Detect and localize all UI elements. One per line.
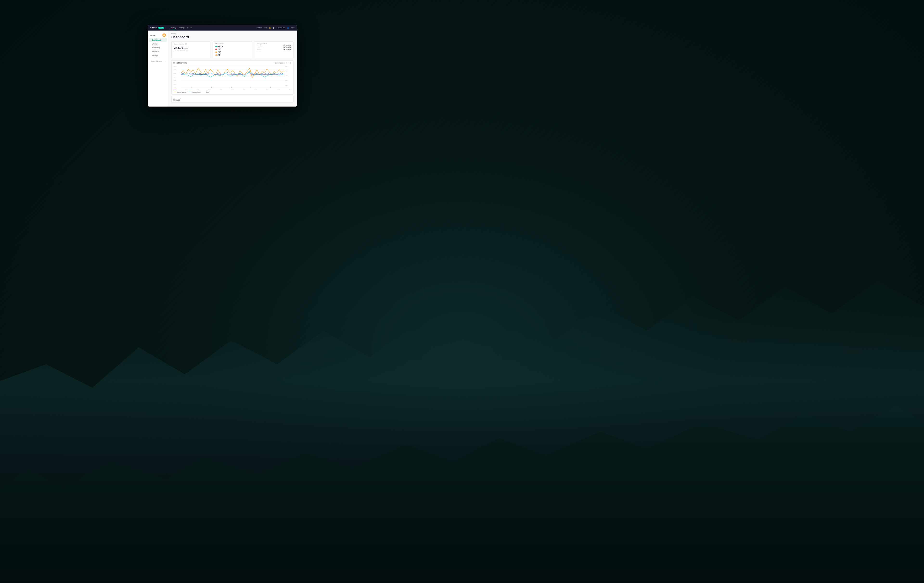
nav-link-funds[interactable]: Funds <box>187 26 191 29</box>
x-label-1: 02:00 <box>185 89 187 91</box>
nav-link-mining[interactable]: Mining <box>171 26 176 29</box>
nav-right: Feedback Help 🔔 💾 + 24086 USD 👤 brains <box>256 27 295 29</box>
feedback-link[interactable]: Feedback <box>256 27 262 28</box>
avg-24h-period: 24 hours <box>257 49 261 51</box>
legend-scoring: Scoring Hashrate <box>173 91 186 93</box>
worker-offline-row: 28 <box>215 54 249 56</box>
scoring-hashrate-sub: Last share 3 seconds ago <box>174 50 208 51</box>
chart-legend: Scoring Hashrate Hashrate (5min) Block <box>173 91 291 93</box>
username[interactable]: brains <box>291 27 295 28</box>
avg-5min-row: 5 minutes 241.40 PH/S <box>257 45 291 47</box>
legend-block-label: Block <box>206 91 209 93</box>
svg-text:240P: 240P <box>173 66 176 67</box>
nav-link-history[interactable]: History <box>179 26 184 29</box>
chart-forward-btn[interactable]: » <box>288 62 289 64</box>
scoring-hashrate-label: Scoring Hashrate i <box>174 43 208 45</box>
worker-states-list: 8 411 120 216 <box>215 45 249 56</box>
time-marker-5 <box>270 87 271 87</box>
sidebar-coin-label: Bitcoin <box>150 35 155 36</box>
x-label-2: 04:00 <box>196 89 199 91</box>
legend-hashrate-color <box>188 92 191 92</box>
svg-text:9000: 9000 <box>285 66 287 67</box>
x-label-8: 16:00 <box>266 89 268 91</box>
idle-dot <box>215 51 217 53</box>
chart-section: Recent Hash Rate ‹ 13.03.2021 23:00 › » … <box>171 60 294 94</box>
chart-next-btn[interactable]: › <box>286 62 287 64</box>
nav-links: Mining History Funds <box>171 26 192 29</box>
time-marker-2 <box>211 87 212 87</box>
content-inner: Bitcoin Dashboard Scoring Hashrate i 241… <box>168 31 297 107</box>
chart-header: Recent Hash Rate ‹ 13.03.2021 23:00 › » … <box>173 62 291 64</box>
breadcrumb: Bitcoin <box>171 33 294 35</box>
scoring-hashrate-card: Scoring Hashrate i 241.71 PH/S Last shar… <box>171 41 211 58</box>
sidebar-bitcoin[interactable]: Bitcoin <box>148 33 168 38</box>
avg-1h-period: 1 hour <box>257 47 260 49</box>
sidebar-system-stats[interactable]: System Statistics ▾ <box>148 59 168 63</box>
logo[interactable]: BRAINS POOL <box>150 27 164 29</box>
avg-1h-value: 239.22 PH/S <box>283 47 291 49</box>
x-label-6: 12:00 <box>243 89 245 91</box>
chart-title: Recent Hash Rate <box>173 62 187 64</box>
x-label-7: 14:00 <box>254 89 257 91</box>
avg-1h-row: 1 hour 239.22 PH/S <box>257 47 291 49</box>
worker-states-card: Worker States 8 411 120 <box>213 41 252 58</box>
sidebar-item-dashboard[interactable]: Dashboard <box>149 38 167 42</box>
offline-count: 28 <box>218 54 220 56</box>
worker-warning-row: 120 <box>215 48 249 51</box>
svg-text:180P: 180P <box>173 87 176 89</box>
legend-block-color <box>203 92 206 92</box>
system-stats-label: System Statistics <box>151 60 162 62</box>
rewards-hint-title: Rewards <box>173 99 180 101</box>
time-marker-4 <box>251 87 251 87</box>
scoring-hashrate-number: 241.71 <box>174 46 183 49</box>
avg-24h-row: 24 hours 245.52 PH/S <box>257 49 291 51</box>
svg-text:200P: 200P <box>173 80 176 81</box>
logo-pool: POOL <box>158 27 164 29</box>
sidebar-item-workers[interactable]: Workers <box>149 42 167 46</box>
scoring-hashrate-value: 241.71 PH/S <box>174 46 208 50</box>
worker-idle-row: 216 <box>215 51 249 53</box>
system-stats-chevron: ▾ <box>163 60 164 62</box>
legend-scoring-label: Scoring Hashrate <box>177 91 186 93</box>
help-link[interactable]: Help <box>264 27 267 28</box>
hashrate-chart: 240P 230P 220P 210P 200P 190P 180P 9000 … <box>173 65 291 89</box>
legend-scoring-color <box>173 92 177 92</box>
legend-block: Block <box>203 91 209 93</box>
chart-area: 240P 230P 220P 210P 200P 190P 180P 9000 … <box>173 65 291 89</box>
wallet-amount[interactable]: + 24086 USD <box>276 27 285 28</box>
wallet-icon: 💾 <box>272 27 274 29</box>
chart-date: 13.03.2021 23:00 <box>275 62 285 64</box>
logo-text: BRAINS <box>150 27 157 29</box>
svg-text:190P: 190P <box>173 84 176 85</box>
chart-prev-btn[interactable]: ‹ <box>274 62 274 64</box>
scoring-hashrate-unit: PH/S <box>185 48 188 49</box>
chart-options-btn[interactable]: ⋮ <box>290 62 291 64</box>
x-label-9: 18:00 <box>277 89 280 91</box>
sidebar-item-monitoring[interactable]: Monitoring <box>149 46 167 49</box>
avg-hashrate-list: 5 minutes 241.40 PH/S 1 hour 239.22 PH/S… <box>257 45 291 51</box>
notifications-icon[interactable]: 🔔 <box>269 27 271 29</box>
avg-hashrate-label: Average Hashrate <box>257 43 291 44</box>
offline-dot <box>215 54 217 56</box>
x-label-10: 20:00 <box>289 89 291 91</box>
sidebar-item-settings[interactable]: Settings <box>149 54 167 57</box>
avg-24h-value: 245.52 PH/S <box>283 49 291 51</box>
svg-text:230P: 230P <box>173 69 176 71</box>
chart-labels-x: 00:00 02:00 04:00 06:00 08:00 10:00 12:0… <box>173 89 291 91</box>
svg-text:5000: 5000 <box>285 85 287 86</box>
worker-states-label: Worker States <box>215 43 249 44</box>
svg-text:8000: 8000 <box>285 71 287 72</box>
sidebar-item-rewards[interactable]: Rewards <box>149 50 167 53</box>
scoring-hashrate-info[interactable]: i <box>185 43 187 45</box>
x-label-4: 08:00 <box>220 89 222 91</box>
svg-text:210P: 210P <box>173 76 176 78</box>
page-title: Dashboard <box>171 35 294 39</box>
time-marker-1 <box>191 87 193 87</box>
x-label-3: 06:00 <box>208 89 211 91</box>
avg-5min-value: 241.40 PH/S <box>283 45 291 47</box>
x-label-5: 10:00 <box>231 89 234 91</box>
legend-hashrate: Hashrate (5min) <box>188 91 201 93</box>
idle-count: 216 <box>218 51 221 53</box>
active-dot <box>215 46 217 47</box>
x-label-0: 00:00 <box>173 89 176 91</box>
